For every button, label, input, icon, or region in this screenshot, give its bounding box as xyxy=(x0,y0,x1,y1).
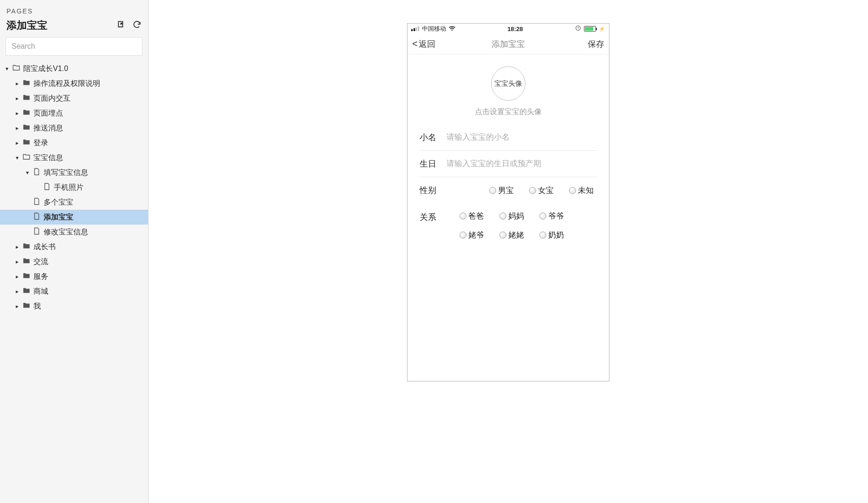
refresh-icon[interactable] xyxy=(132,20,142,31)
folder-outline-icon xyxy=(10,64,23,74)
form: 小名 生日 性别 男宝女宝未知 关系 爸爸妈妈爷爷姥爷姥姥奶奶 xyxy=(408,124,609,248)
radio-icon xyxy=(569,187,576,194)
tree-node[interactable]: ▸修改宝宝信息 xyxy=(0,225,148,239)
folder-icon xyxy=(20,242,33,252)
avatar-hint: 点击设置宝宝的头像 xyxy=(475,107,542,117)
back-button[interactable]: < 返回 xyxy=(412,39,435,50)
page-icon xyxy=(31,212,44,222)
gender-radio-2[interactable]: 未知 xyxy=(569,185,597,196)
tree-node[interactable]: ▸我 xyxy=(0,299,148,314)
folder-icon xyxy=(20,108,33,118)
birthday-label: 生日 xyxy=(420,158,447,169)
tree-node-label: 修改宝宝信息 xyxy=(44,227,88,237)
tree-node[interactable]: ▸成长书 xyxy=(0,239,148,254)
relation-radio-5[interactable]: 奶奶 xyxy=(539,230,567,240)
tree-node-label: 我 xyxy=(33,302,41,311)
radio-icon xyxy=(489,187,496,194)
nav-title: 添加宝宝 xyxy=(492,39,525,50)
radio-label: 妈妈 xyxy=(508,211,524,221)
page-icon xyxy=(41,182,54,193)
tree-node[interactable]: ▸操作流程及权限说明 xyxy=(0,76,148,91)
radio-label: 爷爷 xyxy=(548,211,564,221)
tree-node[interactable]: ▾陪宝成长V1.0 xyxy=(0,61,148,76)
tree-node[interactable]: ▸登录 xyxy=(0,135,148,150)
status-bar: 中国移动 18:28 ⚡ xyxy=(408,24,609,34)
tree-node[interactable]: ▸页面埋点 xyxy=(0,106,148,121)
radio-icon xyxy=(460,232,466,239)
tree-node-label: 成长书 xyxy=(33,242,56,252)
page-tree: ▾陪宝成长V1.0▸操作流程及权限说明▸页面内交互▸页面埋点▸推送消息▸登录▾宝… xyxy=(0,61,148,503)
folder-icon xyxy=(20,123,33,133)
sidebar: PAGES 添加宝宝 ▾陪宝成长V1.0▸操作流程及权限说明▸页面内交互▸页面埋… xyxy=(0,0,149,503)
radio-label: 奶奶 xyxy=(548,230,564,240)
sidebar-header: PAGES 添加宝宝 xyxy=(0,0,148,37)
carrier-label: 中国移动 xyxy=(422,25,446,33)
tree-node[interactable]: ▸页面内交互 xyxy=(0,91,148,106)
gender-row: 性别 男宝女宝未知 xyxy=(420,177,597,203)
tree-node-label: 页面埋点 xyxy=(33,109,63,118)
gender-radio-0[interactable]: 男宝 xyxy=(489,185,517,196)
share-icon[interactable] xyxy=(117,20,126,31)
status-time: 18:28 xyxy=(507,26,523,32)
tree-node[interactable]: ▸交流 xyxy=(0,254,148,269)
signal-icon xyxy=(411,26,419,31)
radio-icon xyxy=(499,232,506,239)
page-icon xyxy=(31,168,44,178)
tree-node[interactable]: ▸商城 xyxy=(0,284,148,299)
tree-node[interactable]: ▾填写宝宝信息 xyxy=(0,165,148,180)
relation-radio-0[interactable]: 爸爸 xyxy=(460,211,487,221)
folder-outline-icon xyxy=(20,153,33,163)
page-icon xyxy=(31,197,44,207)
page-icon xyxy=(31,227,44,237)
folder-icon xyxy=(20,78,33,89)
save-button[interactable]: 保存 xyxy=(588,39,604,50)
radio-label: 爸爸 xyxy=(468,211,484,221)
radio-label: 姥爷 xyxy=(468,230,484,240)
radio-icon xyxy=(539,213,546,219)
phone-frame: 中国移动 18:28 ⚡ < 返回 添加宝宝 保存 xyxy=(407,23,609,381)
tree-node[interactable]: ▸服务 xyxy=(0,269,148,284)
birthday-row: 生日 xyxy=(420,151,597,177)
status-left: 中国移动 xyxy=(411,25,455,33)
battery-icon xyxy=(584,26,596,32)
tree-node[interactable]: ▸添加宝宝 xyxy=(0,210,148,225)
folder-icon xyxy=(20,271,33,282)
tree-node-label: 宝宝信息 xyxy=(33,153,63,163)
folder-icon xyxy=(20,301,33,311)
back-label: 返回 xyxy=(419,39,435,50)
tree-node-label: 陪宝成长V1.0 xyxy=(23,64,68,74)
pages-label: PAGES xyxy=(6,7,142,15)
relation-radio-1[interactable]: 妈妈 xyxy=(499,211,527,221)
tree-node[interactable]: ▾宝宝信息 xyxy=(0,150,148,165)
tree-node[interactable]: ▸多个宝宝 xyxy=(0,195,148,210)
nickname-input[interactable] xyxy=(447,133,597,142)
tree-node-label: 多个宝宝 xyxy=(44,198,73,207)
relation-radio-4[interactable]: 姥姥 xyxy=(499,230,527,240)
relation-radio-3[interactable]: 姥爷 xyxy=(460,230,487,240)
tree-node-label: 商城 xyxy=(33,287,48,297)
relation-row: 关系 爸爸妈妈爷爷姥爷姥姥奶奶 xyxy=(420,203,597,248)
avatar-upload[interactable]: 宝宝头像 xyxy=(491,66,525,101)
wifi-icon xyxy=(449,26,455,32)
search-input[interactable] xyxy=(6,37,143,56)
tree-node-label: 登录 xyxy=(33,138,48,148)
search-wrap xyxy=(0,37,148,61)
relation-radio-group: 爸爸妈妈爷爷姥爷姥姥奶奶 xyxy=(447,211,567,240)
folder-icon xyxy=(20,286,33,297)
tree-node-label: 服务 xyxy=(33,272,48,282)
relation-radio-2[interactable]: 爷爷 xyxy=(539,211,567,221)
tree-node-label: 页面内交互 xyxy=(33,94,71,103)
tree-node[interactable]: ▸推送消息 xyxy=(0,121,148,135)
charging-icon: ⚡ xyxy=(599,26,605,32)
rotation-lock-icon xyxy=(575,25,581,32)
radio-label: 未知 xyxy=(578,185,594,196)
birthday-input[interactable] xyxy=(447,159,597,168)
title-icons xyxy=(117,20,142,31)
gender-radio-1[interactable]: 女宝 xyxy=(529,185,557,196)
radio-icon xyxy=(539,232,546,239)
folder-icon xyxy=(20,93,33,103)
gender-label: 性别 xyxy=(420,185,447,196)
tree-node-label: 推送消息 xyxy=(33,123,63,133)
tree-node[interactable]: ▸手机照片 xyxy=(0,180,148,195)
status-right: ⚡ xyxy=(575,25,605,32)
